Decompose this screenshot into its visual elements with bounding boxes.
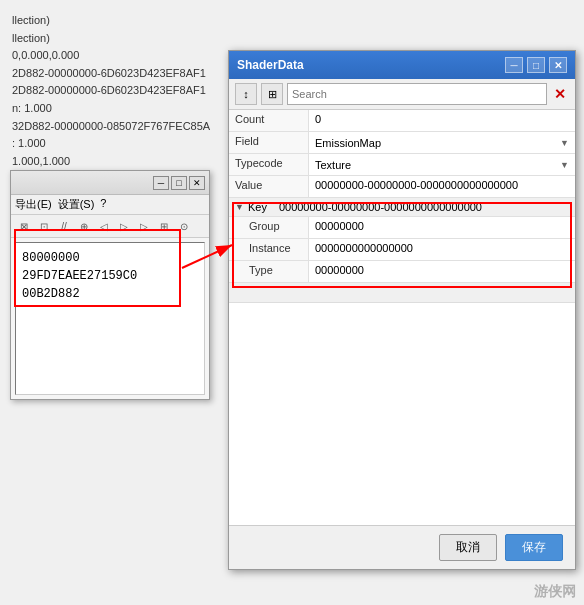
toolbar-btn-5[interactable]: ◁ (95, 217, 113, 235)
prop-value-field: EmissionMap ▼ (309, 132, 575, 153)
watermark: 游侠网 (534, 583, 576, 601)
shader-maximize-btn[interactable]: □ (527, 57, 545, 73)
properties-grid: Count 0 Field EmissionMap ▼ Typecode Tex… (229, 110, 575, 525)
toolbar-btn-6[interactable]: ▷ (115, 217, 133, 235)
sub-value-group: 00000000 (309, 217, 575, 238)
cancel-button[interactable]: 取消 (439, 534, 497, 561)
toolbar-btn-9[interactable]: ⊙ (175, 217, 193, 235)
prop-row-typecode[interactable]: Typecode Texture ▼ (229, 154, 575, 176)
bg-line-1: llection) (12, 12, 572, 30)
close-icon: ✕ (193, 178, 201, 188)
editor-toolbar: ⊠ ⊡ // ⊕ ◁ ▷ ▷ ⊞ ⊙ (11, 215, 209, 238)
sub-row-group[interactable]: Group 00000000 (229, 217, 575, 239)
shader-minimize-icon: ─ (510, 60, 517, 71)
field-dropdown-arrow: ▼ (560, 138, 569, 148)
prop-value-count: 0 (309, 110, 575, 131)
editor-close-btn[interactable]: ✕ (189, 176, 205, 190)
toolbar-btn-3[interactable]: // (55, 217, 73, 235)
key-value: 00000000-00000000-0000000000000000 (267, 201, 569, 213)
prop-label-field: Field (229, 132, 309, 153)
shader-titlebar: ShaderData ─ □ ✕ (229, 51, 575, 79)
key-expand-icon: ▼ (235, 202, 244, 212)
shader-title: ShaderData (237, 58, 304, 72)
sub-value-type: 00000000 (309, 261, 575, 282)
search-clear-icon: ✕ (554, 86, 566, 102)
prop-label-value: Value (229, 176, 309, 197)
sub-label-type: Type (229, 261, 309, 282)
editor-maximize-btn[interactable]: □ (171, 176, 187, 190)
prop-label-typecode: Typecode (229, 154, 309, 175)
editor-content[interactable]: 80000000 29FD7EAEE27159C0 00B2D882 (15, 242, 205, 395)
prop-row-value[interactable]: Value 00000000-00000000-0000000000000000 (229, 176, 575, 198)
save-button[interactable]: 保存 (505, 534, 563, 561)
editor-minimize-btn[interactable]: ─ (153, 176, 169, 190)
editor-menus: 导出(E) 设置(S) ? (11, 195, 209, 215)
key-label: Key (248, 201, 267, 213)
shader-win-controls: ─ □ ✕ (505, 57, 567, 73)
section-spacer (229, 283, 575, 303)
prop-value-typecode: Texture ▼ (309, 154, 575, 175)
shader-toolbar: ↕ ⊞ ✕ (229, 79, 575, 110)
sub-value-instance: 0000000000000000 (309, 239, 575, 260)
typecode-value-text: Texture (315, 159, 351, 171)
toolbar-btn-7[interactable]: ▷ (135, 217, 153, 235)
menu-help[interactable]: ? (100, 197, 106, 212)
toolbar-btn-2[interactable]: ⊡ (35, 217, 53, 235)
shader-maximize-icon: □ (533, 60, 539, 71)
editor-window: ─ □ ✕ 导出(E) 设置(S) ? ⊠ ⊡ // ⊕ ◁ ▷ ▷ ⊞ ⊙ 8… (10, 170, 210, 400)
search-input[interactable] (287, 83, 547, 105)
field-value-text: EmissionMap (315, 137, 381, 149)
sub-label-group: Group (229, 217, 309, 238)
sub-row-instance[interactable]: Instance 0000000000000000 (229, 239, 575, 261)
sub-row-type[interactable]: Type 00000000 (229, 261, 575, 283)
toolbar-btn-4[interactable]: ⊕ (75, 217, 93, 235)
key-section-header[interactable]: ▼ Key 00000000-00000000-0000000000000000 (229, 198, 575, 217)
sort-icon: ↕ (243, 88, 249, 100)
shader-sort-btn[interactable]: ↕ (235, 83, 257, 105)
typecode-dropdown-arrow: ▼ (560, 160, 569, 170)
menu-settings[interactable]: 设置(S) (58, 197, 95, 212)
maximize-icon: □ (176, 178, 181, 188)
prop-value-value: 00000000-00000000-0000000000000000 (309, 176, 575, 197)
editor-titlebar: ─ □ ✕ (11, 171, 209, 195)
menu-export[interactable]: 导出(E) (15, 197, 52, 212)
editor-line-3: 00B2D882 (22, 285, 198, 303)
bg-line-2: llection) (12, 30, 572, 48)
toolbar-btn-1[interactable]: ⊠ (15, 217, 33, 235)
watermark-text: 游侠网 (534, 583, 576, 599)
shader-close-btn[interactable]: ✕ (549, 57, 567, 73)
prop-label-count: Count (229, 110, 309, 131)
editor-line-1: 80000000 (22, 249, 198, 267)
prop-row-field[interactable]: Field EmissionMap ▼ (229, 132, 575, 154)
shader-minimize-btn[interactable]: ─ (505, 57, 523, 73)
shader-close-icon: ✕ (554, 60, 562, 71)
prop-row-count[interactable]: Count 0 (229, 110, 575, 132)
search-clear-btn[interactable]: ✕ (551, 83, 569, 105)
shader-window: ShaderData ─ □ ✕ ↕ ⊞ ✕ Count 0 (228, 50, 576, 570)
filter-icon: ⊞ (268, 88, 277, 101)
editor-line-2: 29FD7EAEE27159C0 (22, 267, 198, 285)
minimize-icon: ─ (158, 178, 164, 188)
sub-label-instance: Instance (229, 239, 309, 260)
shader-bottom-bar: 取消 保存 (229, 525, 575, 569)
toolbar-btn-8[interactable]: ⊞ (155, 217, 173, 235)
shader-filter-btn[interactable]: ⊞ (261, 83, 283, 105)
